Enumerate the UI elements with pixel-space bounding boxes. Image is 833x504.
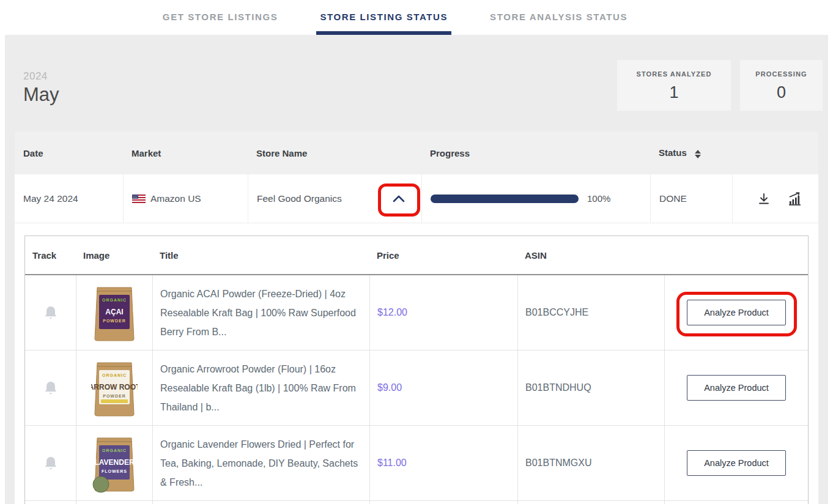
bag-title-text: LAVENDER [94,458,134,467]
period-header: 2024 May [23,70,59,106]
product-image: ORGANIC LAVENDER FLOWERS [91,433,138,493]
product-track-cell [25,275,76,350]
expanded-section: Track Image Title Price ASIN ORGANIC [15,223,818,504]
product-asin-cell: B01BCCYJHE [517,275,664,350]
bag-strip [101,399,128,403]
stat-label: PROCESSING [753,70,809,78]
col-header-date: Date [15,148,123,158]
product-asin: B01BTNDHUQ [525,382,591,393]
product-image-cell: ORGANIC LAVENDER FLOWERS [76,426,152,500]
bag-sub-text: POWDER [103,394,126,398]
stat-label: STORES ANALYZED [631,70,717,78]
bell-icon[interactable] [43,305,58,321]
tab-store-listing-status[interactable]: STORE LISTING STATUS [316,0,451,35]
stat-value: 0 [753,83,809,102]
col-header-asin: ASIN [517,250,664,261]
product-asin-cell: B01BTNMGXU [517,426,664,500]
col-header-store-name: Store Name [248,148,421,158]
collapse-row-button[interactable] [391,193,407,204]
analytics-icon[interactable] [788,192,802,206]
product-image: ORGANIC ARROW ROOT POWDER [91,358,138,418]
col-header-status: Status [650,147,732,158]
store-row: May 24 2024 Amazon US [15,174,818,223]
product-image-cell: ORGANIC ARROW ROOT POWDER [76,350,152,425]
product-title: Organic ACAI Powder (Freeze-Dried) | 4oz… [160,284,362,341]
bag-badge-text: ORGANIC [102,448,127,453]
store-row-progress: 100% [421,174,650,223]
store-row-market: Amazon US [123,174,248,223]
product-title: Organic Lavender Flowers Dried | Perfect… [160,435,362,492]
stat-processing: PROCESSING 0 [740,60,823,111]
product-action-cell: Analyze Product [664,350,808,425]
product-track-cell [25,426,76,500]
product-action-cell: Analyze Product [664,275,808,350]
product-rows: ORGANIC AÇAI POWDER Organic ACAI Powder … [25,275,808,501]
store-row-status: DONE [650,174,732,223]
product-action-cell: Analyze Product [664,426,808,500]
tab-store-analysis-status[interactable]: STORE ANALYSIS STATUS [486,0,631,35]
product-row: ORGANIC LAVENDER FLOWERS Organic Lavende… [25,426,808,501]
bell-icon[interactable] [43,380,58,396]
bag-title-text: AÇAI [105,308,123,316]
product-asin: B01BTNMGXU [525,458,591,469]
store-table: Date Market Store Name Progress Status M… [15,132,818,504]
store-row-date: May 24 2024 [15,174,123,223]
period-month: May [23,84,59,106]
tab-get-store-listings[interactable]: GET STORE LISTINGS [159,0,282,35]
product-asin-cell: B01BTNDHUQ [517,350,664,425]
tab-bar: GET STORE LISTINGS STORE LISTING STATUS … [0,0,812,35]
product-title-cell: Organic Lavender Flowers Dried | Perfect… [152,426,369,500]
analyze-product-button[interactable]: Analyze Product [687,300,786,325]
analyze-product-button[interactable]: Analyze Product [687,450,786,476]
bag-badge-text: ORGANIC [102,298,127,302]
progress-bar [431,195,579,203]
col-header-price: Price [369,250,517,261]
product-row: ORGANIC AÇAI POWDER Organic ACAI Powder … [25,275,808,350]
store-row-actions [732,174,818,223]
product-image: ORGANIC AÇAI POWDER [91,283,138,343]
product-table: Track Image Title Price ASIN ORGANIC [24,235,809,504]
us-flag-icon [132,195,146,203]
status-sort-icon[interactable] [695,150,701,158]
bag-title-text: ARROW ROOT [91,383,138,391]
stat-value: 1 [631,83,717,102]
content-panel: 2024 May STORES ANALYZED 1 PROCESSING 0 … [5,35,828,504]
chevron-up-icon [391,193,407,204]
product-table-header: Track Image Title Price ASIN [25,236,808,275]
product-row-partial [25,501,808,504]
product-title: Organic Arrowroot Powder (Flour) | 16oz … [160,360,362,417]
product-title-cell: Organic Arrowroot Powder (Flour) | 16oz … [152,350,369,425]
product-image-cell: ORGANIC AÇAI POWDER [76,275,152,350]
analyze-product-button[interactable]: Analyze Product [687,375,786,401]
col-header-market: Market [123,148,248,158]
store-table-header: Date Market Store Name Progress Status [15,132,818,174]
bag-sub-text: FLOWERS [102,469,127,473]
bag-sub-text: POWDER [103,319,126,323]
store-row-name: Feel Good Organics [248,174,421,223]
product-price-cell: $11.00 [369,426,517,500]
product-asin: B01BCCYJHE [525,307,588,318]
col-header-title: Title [152,250,369,261]
period-year: 2024 [23,70,59,83]
product-title-cell: Organic ACAI Powder (Freeze-Dried) | 4oz… [152,275,369,350]
product-price-cell: $9.00 [369,350,517,425]
progress-percent: 100% [587,193,610,204]
bag-swatch [93,476,109,492]
product-track-cell [25,350,76,425]
product-row: ORGANIC ARROW ROOT POWDER Organic Arrowr… [25,350,808,426]
product-price: $9.00 [377,382,402,393]
bell-icon[interactable] [43,455,58,471]
product-price-cell: $12.00 [369,275,517,350]
stat-stores-analyzed: STORES ANALYZED 1 [617,60,731,111]
col-header-progress: Progress [421,148,650,158]
col-header-image: Image [76,250,152,261]
col-header-track: Track [25,250,76,261]
product-price: $12.00 [377,307,407,318]
download-icon[interactable] [757,192,771,206]
product-price: $11.00 [377,458,407,469]
bag-badge-text: ORGANIC [102,373,127,377]
